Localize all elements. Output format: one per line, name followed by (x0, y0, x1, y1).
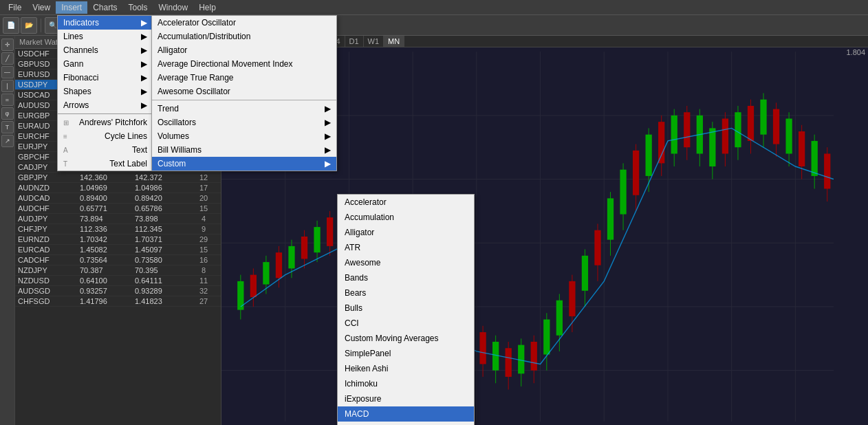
symbol-row-chfjpy[interactable]: CHFJPY 112.336 112.345 9 (15, 224, 221, 235)
volumes-arrow-icon: ▶ (325, 131, 331, 141)
svg-rect-29 (327, 217, 333, 246)
tf-mn[interactable]: MN (384, 36, 404, 47)
insert-menu[interactable]: Indicators ▶ Lines ▶ Channels ▶ Gann ▶ F… (57, 15, 153, 171)
channels-arrow-icon: ▶ (141, 45, 147, 55)
custom-macd[interactable]: MACD (338, 406, 474, 422)
custom-accumulation[interactable]: Accumulation (338, 210, 474, 225)
ind-average-true-range[interactable]: Average True Range (152, 71, 336, 85)
symbol-row-audjpy[interactable]: AUDJPY 73.894 73.898 4 (15, 214, 221, 224)
svg-rect-63 (543, 320, 550, 355)
insert-text-label[interactable]: T Text Label (58, 157, 153, 171)
pitchfork-icon: ⊞ (63, 119, 69, 127)
svg-rect-21 (276, 252, 282, 278)
symbol-row-audsgd[interactable]: AUDSGD 0.93257 0.93289 32 (15, 286, 221, 296)
ind-awesome-oscillator[interactable]: Awesome Oscillator (152, 85, 336, 98)
svg-rect-81 (658, 122, 664, 163)
ind-accumulation-distribution[interactable]: Accumulation/Distribution (152, 30, 336, 43)
custom-atr[interactable]: ATR (338, 240, 474, 255)
svg-rect-17 (250, 275, 257, 297)
ind-volumes[interactable]: Volumes ▶ (152, 129, 336, 143)
menu-file[interactable]: File (3, 1, 27, 14)
svg-rect-55 (492, 342, 499, 371)
svg-rect-65 (556, 301, 563, 336)
hline-tool[interactable]: — (1, 66, 14, 78)
svg-rect-57 (506, 348, 512, 377)
insert-cycle-lines[interactable]: ≡ Cycle Lines (58, 129, 153, 143)
svg-rect-61 (531, 342, 537, 371)
ind-average-directional[interactable]: Average Directional Movement Index (152, 57, 336, 71)
menu-insert[interactable]: Insert (56, 1, 87, 14)
insert-arrows[interactable]: Arrows ▶ (58, 98, 153, 112)
svg-rect-83 (671, 116, 677, 154)
ind-alligator[interactable]: Alligator (152, 43, 336, 57)
ind-custom[interactable]: Custom ▶ (152, 157, 336, 171)
ind-trend[interactable]: Trend ▶ (152, 102, 336, 116)
left-toolbar: ✛ ╱ — | = φ T ↗ (0, 36, 15, 425)
custom-momentum[interactable]: Momentum (338, 422, 474, 425)
custom-bears[interactable]: Bears (338, 285, 474, 301)
ind-bill-williams[interactable]: Bill Williams ▶ (152, 143, 336, 157)
menu-help[interactable]: Help (193, 1, 221, 14)
symbol-row-nzdusd[interactable]: NZDUSD 0.64100 0.64111 11 (15, 276, 221, 286)
custom-accelerator[interactable]: Accelerator (338, 195, 474, 210)
svg-rect-23 (288, 246, 294, 268)
indicators-arrow-icon: ▶ (141, 18, 147, 28)
custom-submenu[interactable]: Accelerator Accumulation Alligator ATR A… (337, 194, 475, 425)
custom-arrow-icon: ▶ (325, 159, 331, 168)
insert-pitchfork[interactable]: ⊞ Andrews' Pitchfork (58, 116, 153, 129)
open-btn[interactable]: 📂 (21, 17, 37, 34)
channel-tool[interactable]: = (1, 94, 14, 106)
symbol-row-cadchf[interactable]: CADCHF 0.73564 0.73580 16 (15, 255, 221, 265)
oscillators-arrow-icon: ▶ (325, 118, 331, 127)
symbol-row-eurnzd[interactable]: EURNZD 1.70342 1.70371 29 (15, 235, 221, 245)
gann-arrow-icon: ▶ (141, 59, 147, 69)
insert-fibonacci[interactable]: Fibonacci ▶ (58, 71, 153, 85)
custom-ichimoku[interactable]: Ichimoku (338, 376, 474, 391)
svg-rect-59 (518, 345, 524, 374)
insert-gann[interactable]: Gann ▶ (58, 57, 153, 71)
arrow-tool[interactable]: ↗ (1, 135, 14, 147)
menu-tools[interactable]: Tools (123, 1, 153, 14)
new-btn[interactable]: 📄 (3, 17, 19, 34)
vline-tool[interactable]: | (1, 80, 14, 92)
symbol-row-gbpjpy[interactable]: GBPJPY 142.360 142.372 12 (15, 173, 221, 183)
insert-text[interactable]: A Text (58, 143, 153, 157)
custom-iexposure[interactable]: iExposure (338, 391, 474, 406)
custom-awesome[interactable]: Awesome (338, 255, 474, 270)
shapes-arrow-icon: ▶ (141, 87, 147, 96)
symbol-row-nzdjpy[interactable]: NZDJPY 70.387 70.395 8 (15, 265, 221, 276)
custom-bands[interactable]: Bands (338, 270, 474, 285)
svg-rect-27 (314, 227, 320, 252)
symbol-row-audnzd[interactable]: AUDNZD 1.04969 1.04986 17 (15, 183, 221, 193)
ind-oscillators[interactable]: Oscillators ▶ (152, 116, 336, 129)
arrows-arrow-icon: ▶ (141, 100, 147, 110)
insert-indicators[interactable]: Indicators ▶ (58, 16, 153, 30)
menu-bar: File View Insert Charts Tools Window Hel… (0, 0, 868, 15)
menu-view[interactable]: View (27, 1, 56, 14)
tf-d1[interactable]: D1 (345, 36, 364, 47)
ind-accelerator-oscillator[interactable]: Accelerator Oscillator (152, 16, 336, 30)
custom-heiken-ashi[interactable]: Heiken Ashi (338, 361, 474, 376)
custom-cci[interactable]: CCI (338, 316, 474, 331)
text-tool[interactable]: T (1, 121, 14, 133)
symbol-row-audcad[interactable]: AUDCAD 0.89400 0.89420 20 (15, 193, 221, 204)
svg-rect-79 (646, 135, 652, 176)
custom-simple-panel[interactable]: SimplePanel (338, 346, 474, 361)
insert-shapes[interactable]: Shapes ▶ (58, 85, 153, 98)
fib-tool[interactable]: φ (1, 107, 14, 120)
menu-window[interactable]: Window (153, 1, 194, 14)
menu-charts[interactable]: Charts (87, 1, 122, 14)
tf-w1[interactable]: W1 (364, 36, 384, 47)
custom-alligator[interactable]: Alligator (338, 225, 474, 240)
indicators-submenu[interactable]: Accelerator Oscillator Accumulation/Dist… (151, 15, 337, 171)
symbol-row-eurcad[interactable]: EURCAD 1.45082 1.45097 15 (15, 245, 221, 255)
line-tool[interactable]: ╱ (1, 52, 14, 65)
text-label-icon: T (63, 160, 67, 168)
insert-channels[interactable]: Channels ▶ (58, 43, 153, 57)
symbol-row-audchf[interactable]: AUDCHF 0.65771 0.65786 15 (15, 204, 221, 214)
insert-lines[interactable]: Lines ▶ (58, 30, 153, 43)
custom-moving-averages[interactable]: Custom Moving Averages (338, 331, 474, 346)
custom-bulls[interactable]: Bulls (338, 301, 474, 316)
symbol-row-chfsgd[interactable]: CHFSGD 1.41796 1.41823 27 (15, 296, 221, 307)
crosshair-tool[interactable]: ✛ (1, 39, 14, 51)
